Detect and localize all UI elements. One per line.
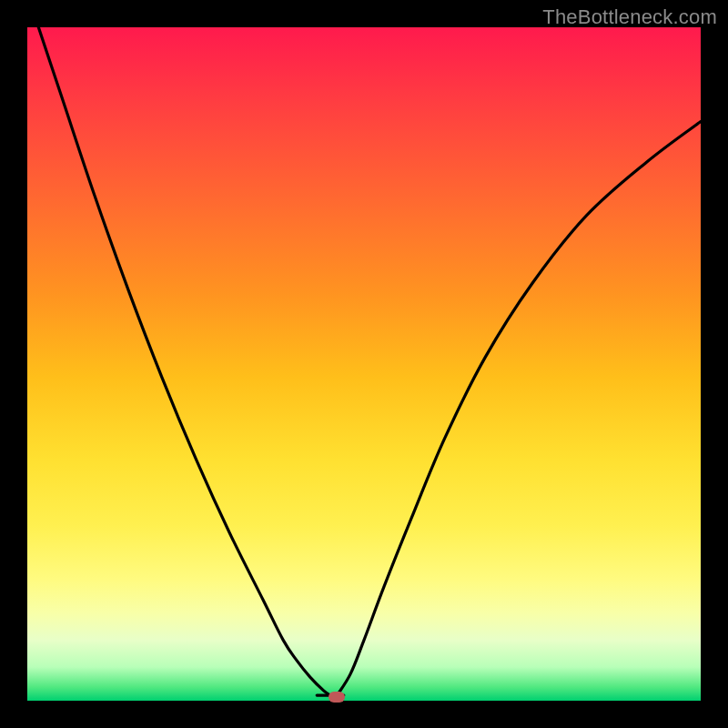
attribution-label: TheBottleneck.com bbox=[542, 5, 717, 29]
chart-frame: TheBottleneck.com bbox=[0, 0, 728, 728]
curve-layer bbox=[27, 27, 701, 701]
bottleneck-curve-left bbox=[27, 27, 330, 695]
bottleneck-curve-right bbox=[337, 122, 701, 695]
plot-area bbox=[27, 27, 701, 701]
optimal-point-marker bbox=[329, 692, 345, 703]
